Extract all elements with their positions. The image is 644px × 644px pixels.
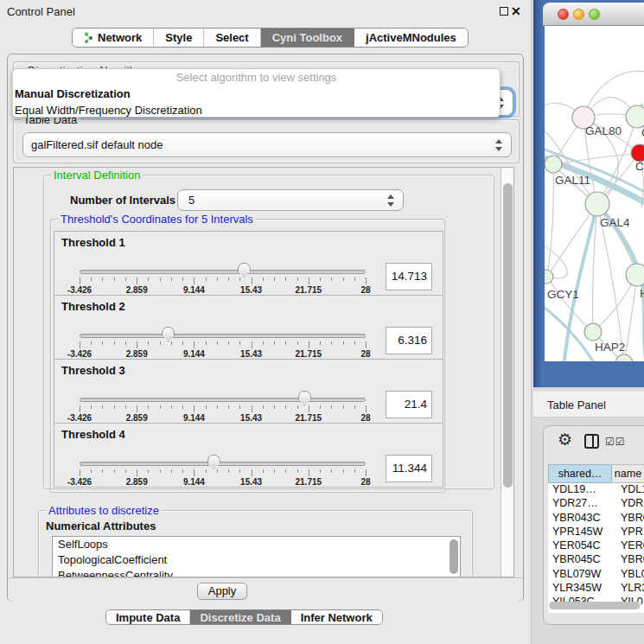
apply-button[interactable]: Apply xyxy=(197,583,247,600)
node-table[interactable]: shared… name YDL19…YDL1YDR27…YDR2YBR043C… xyxy=(548,464,644,613)
tab-style[interactable]: Style xyxy=(154,29,204,47)
table-hscrollbar-thumb[interactable] xyxy=(549,602,640,609)
network-node-h[interactable] xyxy=(626,264,644,286)
tab-jactivemnodules[interactable]: jActiveMNodules xyxy=(354,29,468,47)
tick-label: 21.715 xyxy=(296,349,322,359)
threshold-2-row: Threshold 2-3.4262.8599.14415.4321.71528… xyxy=(54,295,443,360)
table-row[interactable]: YDR27…YDR2 xyxy=(548,497,644,511)
network-canvas[interactable]: GAL80GCGAL11GAL4GCY1HHAP2 xyxy=(545,26,644,361)
table-toolbar: ⚙ ☑☑ xyxy=(544,426,644,462)
gear-icon[interactable]: ⚙ xyxy=(558,430,572,450)
tab-infer-network[interactable]: Infer Network xyxy=(291,610,382,624)
pane-scrollbar-track[interactable] xyxy=(501,168,513,577)
combo-stepper-icon xyxy=(387,194,395,207)
slider-ticks xyxy=(80,277,366,285)
slider-thumb[interactable] xyxy=(298,391,311,405)
dropdown-option-manual-discretization[interactable]: Manual Discretization xyxy=(13,86,500,102)
dropdown-option-equal-width-frequency[interactable]: Equal Width/Frequency Discretization xyxy=(13,102,500,118)
attribute-items: SelfLoopsTopologicalCoefficientBetweenne… xyxy=(53,537,460,577)
table-row[interactable]: YBR045CYBR0 xyxy=(548,553,644,567)
combo-stepper-icon xyxy=(495,139,503,151)
teal-edges xyxy=(545,104,644,361)
window-title: Control Panel xyxy=(7,5,75,18)
slider-ticks xyxy=(80,341,366,349)
attributes-group: Attributes to discretize Numerical Attri… xyxy=(38,510,473,577)
mac-zoom-icon[interactable] xyxy=(589,9,600,20)
network-node[interactable] xyxy=(615,354,633,361)
table-hscrollbar-track[interactable] xyxy=(549,602,641,609)
network-window-titlebar[interactable] xyxy=(543,3,644,26)
column-header-shared-name[interactable]: shared… xyxy=(548,464,612,483)
table-row[interactable]: YBR043CYBR0 xyxy=(548,512,644,526)
slider-thumb[interactable] xyxy=(207,455,220,469)
float-window-icon[interactable] xyxy=(500,7,508,16)
node-label-h: H xyxy=(640,287,644,300)
threshold-1-value-field[interactable]: 14.713 xyxy=(386,263,432,290)
tab-network[interactable]: Network xyxy=(73,29,154,47)
columns-icon[interactable] xyxy=(584,434,599,449)
tick-label: 15.43 xyxy=(240,477,262,487)
network-node-gcy1[interactable] xyxy=(545,270,553,284)
slider-thumb[interactable] xyxy=(238,263,251,277)
column-header-name[interactable]: name xyxy=(612,464,644,483)
interval-definition-title: Interval Definition xyxy=(51,169,143,182)
tick-label: -3.426 xyxy=(67,349,92,359)
tick-label: 9.144 xyxy=(183,349,205,359)
threshold-4-slider[interactable] xyxy=(80,462,366,466)
threshold-3-row: Threshold 3-3.4262.8599.14415.4321.71528… xyxy=(54,359,443,424)
tab-impute-data[interactable]: Impute Data xyxy=(106,610,190,624)
threshold-1-slider[interactable] xyxy=(80,270,366,274)
slider-thumb[interactable] xyxy=(162,327,175,341)
network-node-hap2[interactable] xyxy=(584,323,602,341)
tab-cyni-toolbox[interactable]: Cyni Toolbox xyxy=(261,29,354,47)
table-data-combobox[interactable]: galFiltered.sif default node xyxy=(22,132,512,157)
threshold-3-value-field[interactable]: 21.4 xyxy=(386,391,432,418)
attribute-item-topologicalcoefficient[interactable]: TopologicalCoefficient xyxy=(53,552,460,568)
cell-name: YBR0 xyxy=(612,553,644,567)
tab-select[interactable]: Select xyxy=(204,29,260,47)
table-row[interactable]: YDL19…YDL1 xyxy=(548,483,644,497)
cell-shared-name: YER054C xyxy=(548,539,612,553)
table-row[interactable]: YBL079WYBL0 xyxy=(548,568,644,582)
network-node-gal4[interactable] xyxy=(585,192,609,216)
mac-minimize-icon[interactable] xyxy=(573,9,584,20)
cell-name: YER0 xyxy=(612,539,644,553)
threshold-4-value-field[interactable]: 11.344 xyxy=(386,455,432,482)
tick-label: 21.715 xyxy=(296,413,322,423)
threshold-3-slider[interactable] xyxy=(80,398,366,402)
tick-label: 15.43 xyxy=(240,285,262,295)
table-row[interactable]: YPR145WYPR1 xyxy=(548,526,644,539)
attribute-item-betweennesscentrality[interactable]: BetweennessCentrality xyxy=(53,568,460,577)
attributes-group-title: Attributes to discretize xyxy=(46,504,162,517)
tick-label: 28 xyxy=(360,413,370,423)
cell-name: YPR1 xyxy=(612,526,644,539)
table-panel-title: Table Panel xyxy=(547,399,606,411)
mac-close-icon[interactable] xyxy=(558,9,569,20)
threshold-2-slider[interactable] xyxy=(80,334,366,338)
tick-label: -3.426 xyxy=(67,413,92,423)
tick-label: 9.144 xyxy=(183,477,205,487)
table-window: ⚙ ☑☑ shared… name YDL19…YDL1YDR27…YDR2YB… xyxy=(543,425,644,625)
close-icon[interactable]: ✕ xyxy=(511,3,521,19)
network-nodes: GAL80GCGAL11GAL4GCY1HHAP2 xyxy=(545,105,644,361)
attribute-item-selfloops[interactable]: SelfLoops xyxy=(53,537,460,552)
threshold-2-label: Threshold 2 xyxy=(61,300,125,313)
cell-shared-name: YDR27… xyxy=(548,497,612,511)
tab-label: jActiveMNodules xyxy=(366,31,456,44)
algorithm-dropdown-popup: Select algorithm to view settings Manual… xyxy=(12,68,501,118)
list-scrollbar[interactable] xyxy=(450,539,458,574)
network-node-c[interactable] xyxy=(631,144,644,162)
numerical-attributes-label: Numerical Attributes xyxy=(46,520,156,532)
tick-label: 21.715 xyxy=(296,477,322,487)
tab-discretize-data[interactable]: Discretize Data xyxy=(190,610,290,624)
numerical-attributes-list[interactable]: SelfLoopsTopologicalCoefficientBetweenne… xyxy=(52,536,461,577)
tick-label: 28 xyxy=(360,285,370,295)
select-columns-checkboxes-icon[interactable]: ☑☑ xyxy=(605,436,626,448)
table-row[interactable]: YLR345WYLR3 xyxy=(548,582,644,596)
number-of-intervals-combobox[interactable]: 5 xyxy=(177,189,404,211)
table-row[interactable]: YER054CYER0 xyxy=(548,539,644,553)
pane-scrollbar-thumb[interactable] xyxy=(503,183,513,488)
network-node-gal11[interactable] xyxy=(545,156,562,173)
threshold-2-value-field[interactable]: 6.316 xyxy=(386,327,432,354)
network-node-g[interactable] xyxy=(626,105,644,128)
